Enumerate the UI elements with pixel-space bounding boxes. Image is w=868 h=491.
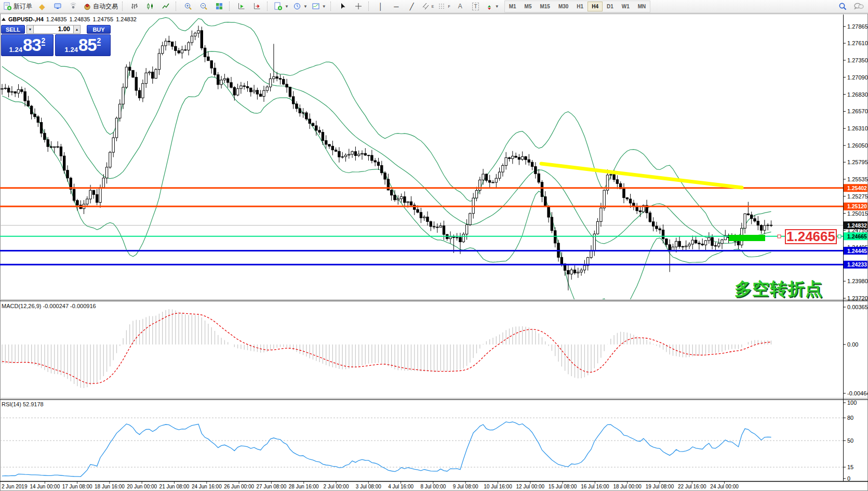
text-tool-button[interactable]: A (452, 1, 468, 12)
arrows-tool-button[interactable]: ▼ (484, 1, 501, 12)
timeframe-button-d1[interactable]: D1 (603, 2, 618, 11)
horizontal-line-icon: ─ (394, 3, 398, 10)
volume-increase-button[interactable]: ▲ (73, 25, 81, 34)
horizontal-line-tool-button[interactable]: ─ (389, 1, 404, 12)
green-highlight-bar[interactable] (729, 235, 765, 241)
text-tool-icon: A (458, 3, 462, 10)
price-callout-box[interactable]: 1.24665 (785, 229, 837, 244)
zoom-in-icon (184, 2, 192, 10)
channel-tool-button[interactable]: E (420, 1, 436, 12)
search-icon[interactable] (838, 2, 847, 11)
cursor-tool-button[interactable] (335, 1, 351, 12)
timeframe-button-m5[interactable]: M5 (520, 2, 536, 11)
rsi-axis-tick: 80 (847, 415, 853, 421)
buy-price-sup: 2 (97, 36, 101, 46)
sell-price-big: 83 (23, 36, 41, 55)
fibonacci-tool-button[interactable]: F (436, 1, 452, 12)
chart-shift-button[interactable] (249, 1, 265, 12)
time-axis-label: 24 Jul 00:00 (710, 484, 739, 489)
time-axis-label: 19 Jul 08:00 (646, 484, 674, 489)
level-1.25402-badge-text: 1.25402 (847, 185, 867, 191)
new-chart-button[interactable]: ▼ (272, 1, 291, 12)
level-1.25120-badge-text: 1.25120 (847, 203, 867, 209)
bar-chart-icon (130, 2, 139, 10)
sell-price-panel[interactable]: 1.24 83 2 (1, 34, 54, 56)
current-price-badge-text: 1.24832 (847, 222, 867, 229)
price-axis-tick: 1.26570 (847, 108, 868, 114)
time-axis-label: 14 Jun 00:00 (30, 484, 60, 489)
auto-scroll-button[interactable] (234, 1, 249, 12)
trendline-tool-button[interactable]: ╱ (404, 1, 420, 12)
price-axis-tick: 1.23720 (847, 295, 868, 301)
timeframe-toolbar: M1M5M15M30H1H4D1W1MN (504, 1, 651, 12)
chart-canvas[interactable]: 1.278651.276101.273501.270901.268301.265… (0, 0, 868, 491)
sell-button[interactable]: SELL (1, 25, 25, 34)
vertical-line-tool-button[interactable]: │ (373, 1, 389, 12)
buy-button[interactable]: BUY (87, 25, 111, 34)
signal-button[interactable] (65, 1, 81, 12)
buy-price-panel[interactable]: 1.24 85 2 (55, 34, 111, 56)
macd-axis-tick: 0.003658 (847, 304, 868, 310)
timeframe-button-m15[interactable]: M15 (536, 2, 554, 11)
timeframe-button-w1[interactable]: W1 (618, 2, 634, 11)
price-axis-tick: 1.25275 (847, 193, 868, 200)
chart-ohlc-header: GBPUSD-,H4 1.24835 1.24835 1.24755 1.248… (2, 16, 137, 22)
candlestick-mode-button[interactable] (142, 1, 158, 12)
price-axis-tick: 1.25795 (847, 159, 868, 165)
zoom-in-button[interactable] (180, 1, 196, 12)
zoom-out-button[interactable] (196, 1, 211, 12)
toolbar-separator (267, 2, 270, 11)
line-chart-mode-button[interactable] (158, 1, 173, 12)
macd-indicator-label: MACD(12,26,9) -0.000247 -0.000916 (2, 303, 96, 309)
toolbar-separator (229, 2, 232, 11)
terminal-icon (54, 2, 62, 10)
candlestick-icon (146, 2, 154, 10)
terminal-button[interactable] (50, 1, 65, 12)
timeframe-button-h4[interactable]: H4 (587, 2, 603, 11)
chevron-down-icon: ▼ (322, 4, 326, 9)
periods-button[interactable]: ▼ (291, 1, 310, 12)
price-axis-tick: 1.23980 (847, 278, 868, 284)
time-axis-label: 17 Jun 08:00 (62, 484, 92, 489)
price-callout-text: 1.24665 (786, 229, 835, 245)
auto-trading-label: 自动交易 (93, 2, 118, 11)
ohlc-close: 1.24832 (116, 16, 137, 22)
text-label-tool-button[interactable]: T (468, 1, 484, 12)
rsi-axis-tick: 50 (847, 437, 853, 444)
timeframe-button-mn[interactable]: MN (634, 2, 650, 11)
chinese-annotation-text[interactable]: 多空转折点 (735, 277, 823, 301)
macd-axis-tick: 0.00 (847, 341, 858, 348)
price-axis-tick: 1.25535 (847, 176, 868, 182)
templates-button[interactable]: ▼ (310, 1, 328, 12)
chevron-down-icon: ▼ (285, 4, 289, 9)
new-order-label: 新订单 (14, 2, 32, 11)
timeframe-button-m1[interactable]: M1 (505, 2, 520, 11)
new-order-button[interactable]: 新订单 (1, 1, 34, 12)
level-1.24233-badge-text: 1.24233 (847, 261, 867, 268)
timeframe-button-m30[interactable]: M30 (554, 2, 572, 11)
timeframe-button-h1[interactable]: H1 (572, 2, 587, 11)
chat-icon[interactable] (853, 2, 864, 10)
bar-chart-mode-button[interactable] (127, 1, 142, 12)
toolbar-separator (122, 2, 125, 11)
rsi-axis-tick: 100 (847, 400, 857, 406)
symbol-period-label: GBPUSD-,H4 (8, 16, 44, 22)
quotes-button[interactable]: ◆ (34, 1, 50, 12)
chevron-down-icon: ▼ (495, 4, 499, 9)
time-axis-label: 10 Jul 16:00 (484, 484, 512, 489)
channel-icon (422, 2, 430, 10)
chevron-down-icon: ▼ (303, 4, 308, 9)
rsi-axis-tick: 0 (847, 475, 850, 482)
time-axis-label: 21 Jun 08:00 (159, 484, 190, 489)
level-1.24445-badge-text: 1.24445 (847, 248, 867, 254)
price-axis-tick: 1.27865 (847, 23, 868, 30)
trade-panel-controls: SELL ▼ 1.00 ▲ BUY (1, 25, 111, 34)
auto-trading-button[interactable]: 自动交易 (81, 1, 120, 12)
volume-input[interactable]: 1.00 (33, 25, 74, 34)
signal-icon (69, 2, 77, 10)
crosshair-tool-button[interactable] (351, 1, 366, 12)
zoom-out-icon (199, 2, 208, 10)
quotes-icon: ◆ (39, 3, 45, 10)
tile-windows-button[interactable] (211, 1, 227, 12)
volume-decrease-button[interactable]: ▼ (26, 25, 34, 34)
